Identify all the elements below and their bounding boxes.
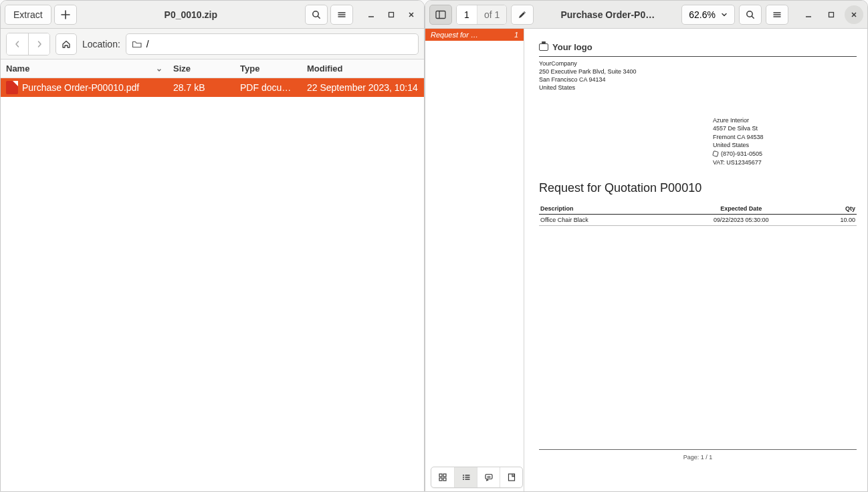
- pencil-icon: [518, 10, 527, 19]
- viewer-close-button[interactable]: [845, 5, 863, 24]
- zoom-value: 62.6%: [689, 9, 716, 20]
- file-modified: 22 September 2023, 10:14: [302, 82, 424, 93]
- company-address-block: YourCompany 250 Executive Park Blvd, Sui…: [539, 59, 857, 92]
- location-label: Location:: [82, 39, 120, 49]
- viewer-search-button[interactable]: [739, 5, 762, 25]
- svg-rect-1: [389, 12, 394, 17]
- hamburger-icon: [772, 10, 782, 19]
- bookmarks-button[interactable]: [500, 467, 522, 487]
- grid-icon: [438, 473, 447, 482]
- page-number-group: of 1: [456, 5, 507, 25]
- file-type: PDF docum…: [235, 82, 302, 93]
- hamburger-icon: [337, 10, 346, 19]
- side-panel-icon: [435, 10, 446, 19]
- viewer-maximize-button[interactable]: [822, 5, 841, 24]
- maximize-icon: [387, 11, 395, 19]
- location-input[interactable]: [146, 39, 413, 49]
- archive-maximize-button[interactable]: [383, 6, 400, 23]
- zoom-dropdown[interactable]: 62.6%: [681, 5, 735, 25]
- company-addr1: 250 Executive Park Blvd, Suite 3400: [539, 68, 857, 76]
- svg-rect-4: [829, 12, 834, 17]
- column-header-row: Name Size Type Modified: [1, 59, 424, 78]
- outline-list-button[interactable]: [454, 467, 477, 487]
- svg-point-11: [463, 479, 464, 480]
- file-size: 28.7 kB: [168, 82, 235, 93]
- column-header-name[interactable]: Name: [1, 64, 168, 74]
- side-panel-toggle-button[interactable]: [429, 5, 452, 25]
- annotations-button[interactable]: [477, 467, 500, 487]
- viewer-menu-button[interactable]: [766, 5, 788, 25]
- svg-rect-8: [443, 478, 446, 481]
- svg-rect-6: [443, 474, 446, 477]
- page-footer-text: Page: 1 / 1: [539, 454, 857, 461]
- chevron-down-icon: [721, 12, 728, 17]
- home-icon: [62, 39, 71, 49]
- svg-point-10: [463, 477, 464, 478]
- archive-menu-button[interactable]: [330, 5, 353, 25]
- annotate-button[interactable]: [511, 5, 534, 25]
- header-rule: [539, 56, 857, 57]
- document-canvas[interactable]: Your logo YourCompany 250 Executive Park…: [524, 29, 867, 491]
- outline-item-title: Request for …: [431, 31, 510, 39]
- column-header-modified[interactable]: Modified: [302, 64, 424, 74]
- search-icon: [312, 10, 321, 19]
- logo-placeholder: Your logo: [539, 42, 857, 52]
- outline-item-page: 1: [510, 31, 518, 39]
- vendor-phone: (870)-931-0505: [721, 150, 762, 158]
- outline-item[interactable]: Request for … 1: [425, 29, 524, 41]
- extract-button[interactable]: Extract: [5, 5, 51, 25]
- company-addr2: San Francisco CA 94134: [539, 76, 857, 84]
- nav-forward-button[interactable]: [28, 33, 49, 55]
- close-icon: [850, 11, 858, 19]
- file-row[interactable]: Purchase Order-P00010.pdf 28.7 kB PDF do…: [1, 78, 424, 97]
- archive-minimize-button[interactable]: [362, 6, 380, 23]
- thumbnail-panel: Request for … 1: [425, 29, 524, 491]
- pdf-file-icon: [6, 81, 18, 94]
- nav-back-button[interactable]: [7, 33, 28, 55]
- minimize-icon: [367, 11, 375, 19]
- annotation-icon: [484, 473, 494, 482]
- viewer-minimize-button[interactable]: [799, 5, 818, 24]
- column-header-name-label: Name: [6, 64, 29, 74]
- company-name: YourCompany: [539, 59, 857, 68]
- nav-group: [6, 33, 50, 55]
- svg-rect-13: [508, 474, 514, 481]
- column-header-size[interactable]: Size: [168, 64, 235, 74]
- phone-icon: [712, 150, 719, 157]
- page-number-input[interactable]: [457, 5, 477, 24]
- location-bar: Location:: [1, 29, 424, 59]
- archive-search-button[interactable]: [305, 5, 328, 25]
- svg-point-9: [463, 475, 464, 476]
- chevron-left-icon: [14, 40, 21, 48]
- archive-title: P0_0010.zip: [80, 9, 302, 20]
- thumbnails-grid-button[interactable]: [431, 467, 454, 487]
- sort-indicator-icon: [156, 66, 162, 72]
- vendor-vat: VAT: US12345677: [713, 158, 857, 167]
- chevron-right-icon: [36, 40, 43, 48]
- home-button[interactable]: [56, 33, 77, 55]
- logo-text: Your logo: [552, 42, 592, 52]
- svg-rect-7: [439, 478, 442, 481]
- column-header-type[interactable]: Type: [235, 64, 302, 74]
- close-icon: [407, 11, 415, 19]
- th-description: Description: [539, 203, 669, 215]
- document-page: Your logo YourCompany 250 Executive Park…: [539, 34, 857, 482]
- location-input-wrap[interactable]: [126, 33, 419, 55]
- search-icon: [746, 10, 755, 19]
- viewer-headerbar: of 1 Purchase Order-P0… 62.6%: [425, 1, 867, 29]
- add-file-button[interactable]: [54, 5, 77, 25]
- list-icon: [461, 473, 471, 482]
- side-panel-mode-toolbar: [431, 467, 523, 488]
- file-list-body[interactable]: [1, 97, 424, 491]
- th-expected-date: Expected Date: [669, 203, 814, 215]
- page-count-label: of 1: [477, 5, 506, 24]
- document-title: Purchase Order-P0…: [538, 9, 677, 20]
- line-item-row: Office Chair Black 09/22/2023 05:30:00 1…: [539, 215, 857, 226]
- archive-close-button[interactable]: [403, 6, 420, 23]
- vendor-country: United States: [713, 141, 857, 150]
- footer-rule: [539, 449, 857, 450]
- viewer-body: Request for … 1 Your logo YourCompany 25…: [425, 29, 867, 491]
- line-items-table: Description Expected Date Qty Office Cha…: [539, 203, 857, 226]
- minimize-icon: [804, 11, 812, 19]
- cell-description: Office Chair Black: [539, 215, 669, 226]
